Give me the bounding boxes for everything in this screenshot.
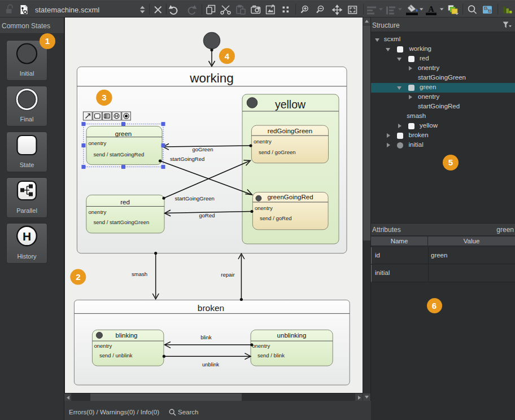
- svg-text:send / goGreen: send / goGreen: [259, 149, 296, 155]
- svg-text:green: green: [115, 130, 132, 137]
- svg-text:send / goRed: send / goRed: [260, 215, 292, 221]
- svg-text:onentry: onentry: [94, 343, 112, 349]
- svg-text:3: 3: [102, 93, 106, 102]
- svg-text:redGoingGreen: redGoingGreen: [268, 128, 312, 134]
- svg-text:yellow: yellow: [275, 98, 306, 111]
- svg-text:startGoingRed: startGoingRed: [170, 156, 204, 162]
- svg-text:blinking: blinking: [116, 332, 138, 339]
- svg-text:4: 4: [225, 51, 230, 61]
- svg-text:startGoingGreen: startGoingGreen: [175, 195, 215, 202]
- svg-text:H: H: [23, 230, 31, 243]
- svg-text:goGreen: goGreen: [193, 146, 213, 152]
- svg-text:goRed: goRed: [199, 212, 215, 218]
- svg-text:repair: repair: [221, 272, 234, 278]
- svg-text:unblinking: unblinking: [277, 332, 307, 339]
- svg-text:2: 2: [76, 272, 80, 282]
- svg-text:broken: broken: [198, 303, 224, 313]
- svg-text:onentry: onentry: [255, 205, 273, 211]
- svg-text:A: A: [428, 5, 434, 14]
- svg-text:blink: blink: [200, 334, 212, 340]
- svg-text:onentry: onentry: [89, 209, 107, 215]
- svg-text:send / startGoingGreen: send / startGoingGreen: [94, 219, 150, 225]
- svg-text:smash: smash: [132, 271, 147, 277]
- svg-text:working: working: [189, 71, 234, 85]
- svg-text:send / startGoingRed: send / startGoingRed: [94, 151, 145, 158]
- svg-text:onentry: onentry: [254, 138, 272, 145]
- svg-text:unblink: unblink: [202, 361, 219, 368]
- svg-text:greenGoingRed: greenGoingRed: [267, 194, 313, 200]
- svg-text:onentry: onentry: [89, 140, 107, 146]
- svg-text:send / unblink: send / unblink: [99, 352, 133, 358]
- svg-text:red: red: [120, 199, 130, 205]
- svg-text:send / blink: send / blink: [258, 352, 285, 358]
- svg-text:onentry: onentry: [252, 343, 270, 349]
